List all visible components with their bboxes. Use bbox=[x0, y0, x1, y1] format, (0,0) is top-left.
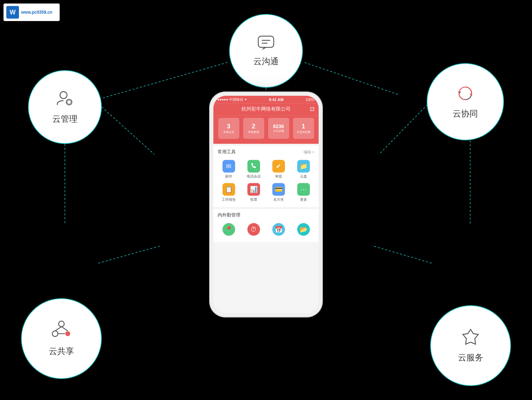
svg-rect-11 bbox=[258, 36, 274, 47]
node-right-label: 云协同 bbox=[453, 108, 478, 119]
outside-icon-4[interactable]: 📂 bbox=[291, 221, 316, 239]
svg-line-5 bbox=[98, 246, 161, 263]
logo-icon: W bbox=[6, 6, 19, 19]
common-tools-section: 常用工具 编辑 > ✉ 邮件 电话会议 bbox=[213, 146, 319, 207]
common-tools-title: 常用工具 bbox=[218, 149, 236, 155]
stat-num-2: 8236 bbox=[273, 124, 284, 129]
time-icon: ⏱ bbox=[247, 223, 260, 236]
cloud-manage-icon bbox=[56, 89, 74, 111]
stat-label-1: 审批数据 bbox=[248, 130, 259, 134]
tool-cloud-disk[interactable]: 📁 云盘 bbox=[291, 158, 316, 181]
svg-line-4 bbox=[379, 102, 430, 154]
edit-link[interactable]: 编辑 > bbox=[304, 149, 314, 154]
outside-work-header: 内外勤管理 bbox=[213, 209, 319, 220]
calendar-icon: 📅 bbox=[272, 223, 285, 236]
signal-indicator: ●●●●● 中国移动 ✦ bbox=[218, 97, 247, 102]
tool-vote[interactable]: 📊 投票 bbox=[241, 181, 266, 204]
card-icon: 💳 bbox=[272, 183, 285, 196]
node-left-label: 云管理 bbox=[52, 113, 78, 125]
tool-card-label: 名片夹 bbox=[273, 197, 284, 202]
node-bottom-right-cloud-service: 云服务 bbox=[430, 305, 511, 386]
tool-mail[interactable]: ✉ 邮件 bbox=[216, 158, 241, 181]
svg-text:W: W bbox=[10, 9, 16, 16]
more-icon: ⋯ bbox=[297, 183, 310, 196]
tools-grid: ✉ 邮件 电话会议 ✔ 审批 bbox=[213, 156, 319, 207]
tool-work-report[interactable]: 📋 工作报告 bbox=[216, 181, 241, 204]
svg-line-23 bbox=[61, 327, 68, 331]
tool-phone-conf[interactable]: 电话会议 bbox=[241, 158, 266, 181]
tool-vote-label: 投票 bbox=[250, 197, 257, 202]
company-name: 杭州彩牛网络有限公司 bbox=[241, 106, 291, 112]
outside-icon-3[interactable]: 📅 bbox=[266, 221, 291, 239]
battery-indicator: 100% bbox=[305, 98, 314, 101]
folder-icon: 📂 bbox=[297, 223, 310, 236]
cloud-disk-icon: 📁 bbox=[297, 160, 310, 173]
watermark-logo: W www.pc0359.cn bbox=[4, 4, 60, 21]
svg-line-8 bbox=[305, 62, 399, 95]
node-top-cloud-chat: 云沟通 bbox=[229, 14, 303, 88]
app-header: 杭州彩牛网络有限公司 ⊡ bbox=[213, 104, 319, 116]
phone-outer-frame: ●●●●● 中国移动 ✦ 9:41 AM 100% 杭州彩牛网络有限公司 ⊡ 3… bbox=[210, 92, 322, 317]
outside-icon-2[interactable]: ⏱ bbox=[241, 221, 266, 239]
cloud-chat-icon bbox=[257, 35, 275, 53]
svg-point-21 bbox=[65, 331, 70, 336]
stats-row: 3 未读公告 2 审批数据 8236 今日步数 1 月迟到次数 bbox=[213, 116, 319, 144]
mail-icon: ✉ bbox=[222, 160, 235, 173]
outside-work-title: 内外勤管理 bbox=[218, 212, 240, 218]
stat-label-0: 未读公告 bbox=[223, 130, 234, 134]
stat-steps: 8236 今日步数 bbox=[268, 118, 289, 139]
node-top-label: 云沟通 bbox=[253, 56, 279, 67]
tool-work-report-label: 工作报告 bbox=[222, 197, 236, 202]
tool-mail-label: 邮件 bbox=[225, 174, 232, 179]
approval-icon: ✔ bbox=[272, 160, 285, 173]
svg-line-6 bbox=[372, 246, 432, 263]
tool-card[interactable]: 💳 名片夹 bbox=[266, 181, 291, 204]
node-bottom-left-label: 云共享 bbox=[49, 346, 74, 357]
stat-num-0: 3 bbox=[227, 123, 230, 131]
common-tools-header: 常用工具 编辑 > bbox=[213, 146, 319, 156]
tool-more[interactable]: ⋯ 更多 bbox=[291, 181, 316, 204]
node-left-cloud-manage: 云管理 bbox=[28, 70, 102, 144]
work-report-icon: 📋 bbox=[222, 183, 235, 196]
main-container: 云沟通 云管理 云协同 bbox=[0, 0, 532, 400]
cloud-share-icon bbox=[52, 320, 71, 343]
tool-approval[interactable]: ✔ 审批 bbox=[266, 158, 291, 181]
tool-more-label: 更多 bbox=[300, 197, 307, 202]
svg-point-20 bbox=[52, 331, 58, 336]
scan-icon: ⊡ bbox=[310, 106, 314, 112]
stat-late: 1 月迟到次数 bbox=[293, 118, 314, 139]
stat-label-3: 月迟到次数 bbox=[297, 130, 311, 134]
stat-label-2: 今日步数 bbox=[273, 129, 284, 133]
phone-mockup: ●●●●● 中国移动 ✦ 9:41 AM 100% 杭州彩牛网络有限公司 ⊡ 3… bbox=[210, 92, 322, 317]
time-display: 9:41 AM bbox=[269, 98, 284, 102]
checkin-icon: 📍 bbox=[222, 223, 235, 236]
stat-num-1: 2 bbox=[252, 123, 255, 131]
svg-line-3 bbox=[102, 107, 154, 154]
node-bottom-left-cloud-share: 云共享 bbox=[21, 298, 102, 379]
stat-approval: 2 审批数据 bbox=[243, 118, 264, 139]
outside-icon-1[interactable]: 📍 bbox=[216, 221, 241, 239]
tool-phone-conf-label: 电话会议 bbox=[247, 174, 261, 179]
status-bar: ●●●●● 中国移动 ✦ 9:41 AM 100% bbox=[213, 96, 319, 104]
svg-line-22 bbox=[55, 327, 61, 331]
watermark-url: www.pc0359.cn bbox=[21, 10, 52, 15]
cloud-collab-icon bbox=[456, 84, 474, 105]
phone-screen: ●●●●● 中国移动 ✦ 9:41 AM 100% 杭州彩牛网络有限公司 ⊡ 3… bbox=[213, 96, 319, 313]
cloud-service-icon bbox=[461, 328, 480, 349]
node-bottom-right-label: 云服务 bbox=[458, 352, 483, 363]
svg-point-19 bbox=[59, 321, 64, 327]
svg-line-7 bbox=[102, 62, 227, 98]
phone-conf-icon bbox=[247, 160, 260, 173]
outside-work-section: 内外勤管理 📍 ⏱ 📅 📂 bbox=[213, 209, 319, 242]
outside-work-icons: 📍 ⏱ 📅 📂 bbox=[213, 220, 319, 242]
stat-num-3: 1 bbox=[301, 123, 305, 131]
tool-cloud-disk-label: 云盘 bbox=[300, 174, 307, 179]
node-right-cloud-collab: 云协同 bbox=[427, 63, 504, 140]
vote-icon: 📊 bbox=[247, 183, 260, 196]
svg-point-15 bbox=[60, 92, 67, 99]
stat-unread: 3 未读公告 bbox=[218, 118, 239, 139]
tool-approval-label: 审批 bbox=[275, 174, 282, 179]
